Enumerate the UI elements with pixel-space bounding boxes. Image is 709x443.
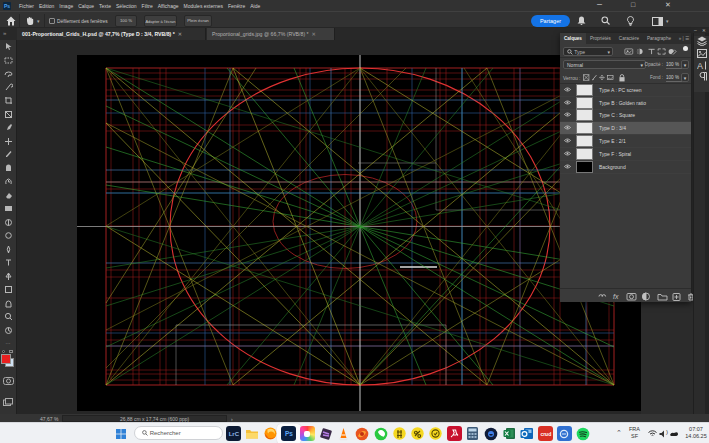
svg-text:fx: fx [613,293,619,300]
svg-text:A: A [697,61,703,70]
